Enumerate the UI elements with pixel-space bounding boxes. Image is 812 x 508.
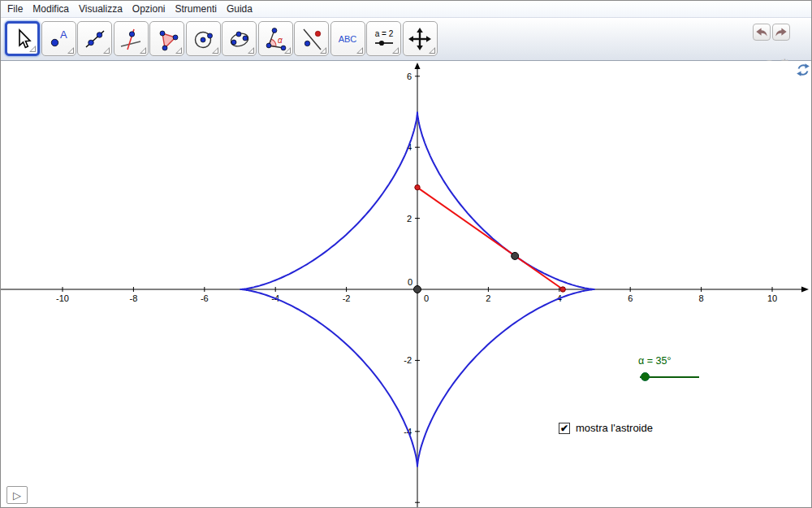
tool-ellipse[interactable] [222,21,257,56]
y-tick-label: 2 [407,214,412,224]
tool-slider[interactable]: a = 2 [366,21,401,56]
alpha-slider: α = 35° [634,355,707,383]
refresh-view-button[interactable] [796,63,810,77]
svg-text:ABC: ABC [339,34,357,44]
tool-polygon[interactable] [149,21,184,56]
origin-label-y: 0 [408,277,412,287]
y-tick-label: -2 [404,355,412,365]
point[interactable] [414,286,421,293]
toolbar: ? ⚙ AαABCa = 2 [1,18,811,61]
plot-area: -10-8-6-4-2246810642-2-400 [1,61,811,507]
tool-line[interactable] [77,21,112,56]
point[interactable] [512,252,519,259]
svg-text:A: A [60,28,67,41]
menu-modifica[interactable]: Modifica [32,3,69,15]
undo-arrow-icon [754,24,770,40]
astroid-checkbox-label: mostra l'astroide [576,422,653,434]
tool-move[interactable] [5,21,40,56]
tool-angle[interactable]: α [258,21,293,56]
tool-move-graphics-view[interactable] [403,21,438,56]
redo-arrow-icon [773,24,789,40]
tool-circle[interactable] [186,21,221,56]
astroid-checkbox-row: ✔ mostra l'astroide [559,422,653,434]
y-axis-arrow [415,63,421,69]
tool-point[interactable]: A [41,21,76,56]
x-tick-label: -8 [130,293,138,303]
menu-file[interactable]: File [7,3,23,15]
svg-text:a = 2: a = 2 [374,29,393,38]
refresh-arrows-icon [796,63,810,77]
geogebra-window: FileModificaVisualizzaOpzioniStrumentiGu… [0,0,812,508]
redo-button[interactable] [772,24,790,41]
tool-reflection[interactable] [294,21,329,56]
point[interactable] [560,287,565,292]
x-tick-label: 8 [699,293,704,303]
x-axis-arrow [801,287,809,293]
alpha-slider-knob[interactable] [641,372,650,381]
svg-text:α: α [278,36,283,45]
alpha-slider-label: α = 35° [638,355,671,367]
undo-button[interactable] [753,24,771,41]
x-tick-label: 10 [767,293,777,303]
x-tick-label: -10 [56,293,69,303]
y-tick-label: 6 [407,72,412,81]
tangent-segment[interactable] [417,188,563,289]
menu-opzioni[interactable]: Opzioni [132,3,166,15]
x-tick-label: -2 [343,293,351,303]
x-tick-label: -6 [201,293,209,303]
point[interactable] [415,185,420,189]
play-animation-button[interactable]: ▷ [6,486,28,504]
x-tick-label: 2 [486,293,490,303]
x-tick-label: 6 [628,293,633,303]
tool-text[interactable]: ABC [330,21,365,56]
menu-visualizza[interactable]: Visualizza [79,3,123,15]
tool-perpendicular-line[interactable] [114,21,149,56]
graphics-view[interactable]: -10-8-6-4-2246810642-2-400 α = 35° ✔ mos… [1,61,811,507]
menu-bar: FileModificaVisualizzaOpzioniStrumentiGu… [1,1,811,18]
menu-guida[interactable]: Guida [227,3,253,15]
origin-label-x: 0 [424,293,429,303]
menu-strumenti[interactable]: Strumenti [175,3,217,15]
astroid-checkbox[interactable]: ✔ [559,423,570,434]
